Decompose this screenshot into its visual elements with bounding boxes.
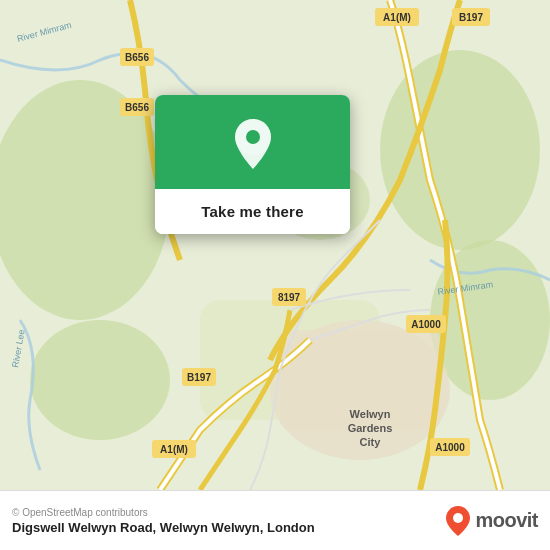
- svg-text:A1(M): A1(M): [160, 444, 188, 455]
- svg-text:A1000: A1000: [411, 319, 441, 330]
- svg-text:A1000: A1000: [435, 442, 465, 453]
- map-svg: A1(M) B197 B656 B656 8197 B197 A1000 A10…: [0, 0, 550, 490]
- svg-text:B656: B656: [125, 102, 149, 113]
- svg-text:B656: B656: [125, 52, 149, 63]
- svg-text:City: City: [360, 436, 382, 448]
- bottom-info: © OpenStreetMap contributors Digswell We…: [12, 507, 315, 535]
- card-header: [155, 95, 350, 189]
- map-area: A1(M) B197 B656 B656 8197 B197 A1000 A10…: [0, 0, 550, 490]
- moovit-logo: moovit: [445, 505, 538, 537]
- svg-text:A1(M): A1(M): [383, 12, 411, 23]
- svg-text:B197: B197: [459, 12, 483, 23]
- svg-point-4: [30, 320, 170, 440]
- svg-point-34: [246, 130, 260, 144]
- svg-text:Welwyn: Welwyn: [350, 408, 391, 420]
- svg-text:Gardens: Gardens: [348, 422, 393, 434]
- svg-point-35: [453, 513, 463, 523]
- moovit-pin-icon: [445, 505, 471, 537]
- location-label: Digswell Welwyn Road, Welwyn Welwyn, Lon…: [12, 520, 315, 535]
- take-me-there-button[interactable]: Take me there: [155, 189, 350, 234]
- svg-point-2: [380, 50, 540, 250]
- map-attribution: © OpenStreetMap contributors: [12, 507, 315, 518]
- svg-text:B197: B197: [187, 372, 211, 383]
- bottom-bar: © OpenStreetMap contributors Digswell We…: [0, 490, 550, 550]
- location-pin-icon: [231, 117, 275, 171]
- moovit-brand-text: moovit: [475, 509, 538, 532]
- location-card: Take me there: [155, 95, 350, 234]
- svg-text:8197: 8197: [278, 292, 301, 303]
